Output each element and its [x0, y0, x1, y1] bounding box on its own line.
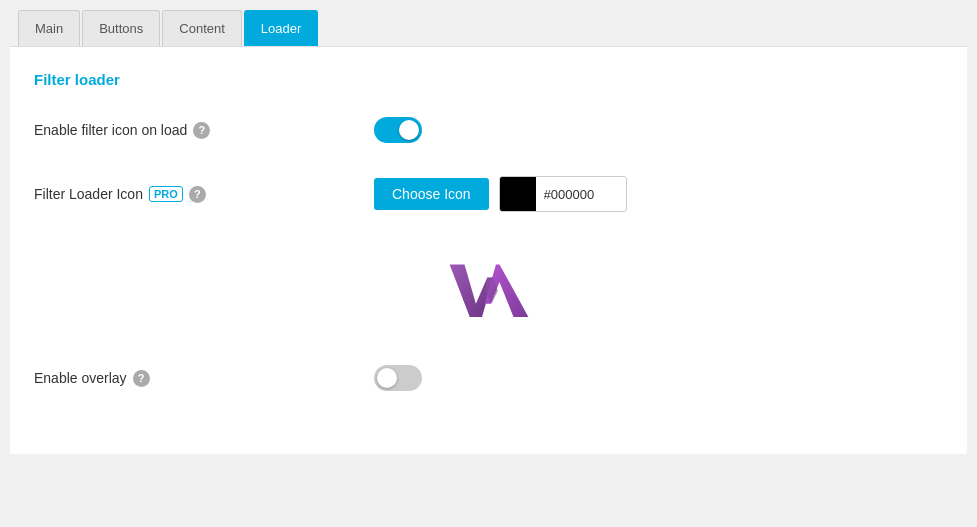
enable-filter-icon-row: Enable filter icon on load ? — [34, 112, 943, 148]
tab-main[interactable]: Main — [18, 10, 80, 46]
enable-filter-icon-help-icon[interactable]: ? — [193, 122, 210, 139]
filter-loader-icon-text: Filter Loader Icon — [34, 186, 143, 202]
section-title: Filter loader — [34, 71, 943, 88]
enable-filter-icon-toggle[interactable] — [374, 117, 422, 143]
tab-content[interactable]: Content — [162, 10, 242, 46]
enable-overlay-help-icon[interactable]: ? — [133, 370, 150, 387]
toggle-thumb — [399, 120, 419, 140]
color-swatch[interactable] — [500, 177, 536, 211]
filter-loader-icon-controls: Choose Icon — [374, 176, 627, 212]
settings-panel: Main Buttons Content Loader Filter loade… — [10, 10, 967, 454]
pro-badge: PRO — [149, 186, 183, 202]
enable-overlay-toggle[interactable] — [374, 365, 422, 391]
filter-loader-icon-row: Filter Loader Icon PRO ? Choose Icon — [34, 176, 943, 212]
toggle-thumb-overlay — [377, 368, 397, 388]
color-input[interactable] — [536, 181, 626, 208]
choose-icon-button[interactable]: Choose Icon — [374, 178, 489, 210]
toggle-track-on — [374, 117, 422, 143]
filter-loader-icon-label: Filter Loader Icon PRO ? — [34, 186, 374, 203]
enable-overlay-row: Enable overlay ? — [34, 360, 943, 396]
tab-loader[interactable]: Loader — [244, 10, 318, 46]
toggle-track-off — [374, 365, 422, 391]
tab-buttons[interactable]: Buttons — [82, 10, 160, 46]
w-logo-icon — [444, 260, 534, 330]
filter-loader-icon-help-icon[interactable]: ? — [189, 186, 206, 203]
enable-overlay-label: Enable overlay ? — [34, 370, 374, 387]
loader-logo-area — [34, 240, 943, 360]
enable-filter-icon-text: Enable filter icon on load — [34, 122, 187, 138]
enable-filter-icon-label: Enable filter icon on load ? — [34, 122, 374, 139]
tabs-bar: Main Buttons Content Loader — [10, 10, 967, 47]
tab-content-area: Filter loader Enable filter icon on load… — [10, 47, 967, 454]
enable-overlay-text: Enable overlay — [34, 370, 127, 386]
color-picker-wrapper — [499, 176, 627, 212]
